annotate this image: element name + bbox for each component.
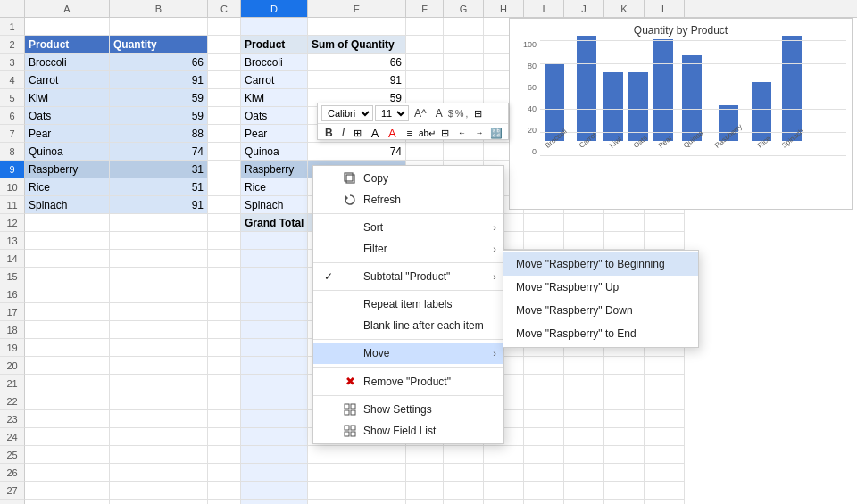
- cell-col10-24[interactable]: [564, 428, 604, 446]
- cm-item-refresh[interactable]: Refresh: [313, 189, 503, 211]
- cell-d-21[interactable]: [241, 375, 308, 392]
- cell-col12-12[interactable]: [645, 214, 685, 232]
- cm-item-filter[interactable]: Filter›: [313, 238, 503, 260]
- cm-item-blank-line-after-each-item[interactable]: Blank line after each item: [313, 315, 503, 336]
- cell-a-6[interactable]: Oats: [25, 107, 110, 125]
- cell-col12-24[interactable]: [645, 428, 685, 446]
- cell-c-9[interactable]: [208, 161, 241, 178]
- fill-color-icon[interactable]: A: [367, 126, 382, 140]
- cell-d-15[interactable]: [241, 268, 308, 285]
- cell-a-26[interactable]: [25, 464, 110, 482]
- cell-col6-25[interactable]: [406, 446, 444, 464]
- row-num-12[interactable]: 12: [0, 214, 25, 232]
- cell-c-10[interactable]: [208, 178, 241, 196]
- cell-d-18[interactable]: [241, 321, 308, 339]
- cell-a-3[interactable]: Broccoli: [25, 54, 110, 71]
- cell-b-25[interactable]: [110, 446, 208, 464]
- cell-e-26[interactable]: [308, 464, 406, 482]
- cell-col10-21[interactable]: [564, 375, 604, 392]
- cell-e-8[interactable]: 74: [308, 143, 406, 161]
- submenu-item-0[interactable]: Move "Raspberry" to Beginning: [503, 252, 698, 276]
- cell-col7-28[interactable]: [444, 500, 484, 504]
- cell-c-8[interactable]: [208, 143, 241, 161]
- cm-item-show-settings[interactable]: Show Settings: [313, 399, 503, 420]
- cell-c-27[interactable]: [208, 482, 241, 500]
- cell-c-12[interactable]: [208, 214, 241, 232]
- cell-a-17[interactable]: [25, 303, 110, 321]
- row-num-18[interactable]: 18: [0, 321, 25, 339]
- cell-c-2[interactable]: [208, 36, 241, 54]
- cell-a-9[interactable]: Raspberry: [25, 161, 110, 178]
- cell-col9-21[interactable]: [524, 375, 564, 392]
- cell-b-5[interactable]: 59: [110, 89, 208, 107]
- cell-c-13[interactable]: [208, 232, 241, 250]
- cell-d-28[interactable]: [241, 500, 308, 504]
- cell-col9-22[interactable]: [524, 392, 564, 410]
- row-num-15[interactable]: 15: [0, 268, 25, 285]
- cell-col10-22[interactable]: [564, 392, 604, 410]
- cell-col9-12[interactable]: [524, 214, 564, 232]
- row-num-27[interactable]: 27: [0, 482, 25, 500]
- row-num-26[interactable]: 26: [0, 464, 25, 482]
- col-header-C[interactable]: C: [208, 0, 241, 17]
- col-header-G[interactable]: G: [444, 0, 484, 17]
- cell-col9-28[interactable]: [524, 500, 564, 504]
- cell-col6-1[interactable]: [406, 18, 444, 36]
- cell-col6-3[interactable]: [406, 54, 444, 71]
- row-num-20[interactable]: 20: [0, 357, 25, 375]
- cell-c-20[interactable]: [208, 357, 241, 375]
- cell-b-4[interactable]: 91: [110, 71, 208, 89]
- cell-e-2[interactable]: Sum of Quantity: [308, 36, 406, 54]
- cell-a-25[interactable]: [25, 446, 110, 464]
- cell-c-14[interactable]: [208, 250, 241, 268]
- font-size-select[interactable]: 11: [375, 105, 409, 121]
- cell-col9-23[interactable]: [524, 410, 564, 428]
- cell-b-8[interactable]: 74: [110, 143, 208, 161]
- row-num-2[interactable]: 2: [0, 36, 25, 54]
- cell-b-10[interactable]: 51: [110, 178, 208, 196]
- row-num-23[interactable]: 23: [0, 410, 25, 428]
- cell-col10-27[interactable]: [564, 482, 604, 500]
- cell-col11-24[interactable]: [604, 428, 645, 446]
- submenu-item-3[interactable]: Move "Raspberry" to End: [503, 322, 698, 345]
- cell-a-10[interactable]: Rice: [25, 178, 110, 196]
- cell-c-17[interactable]: [208, 303, 241, 321]
- cm-item-remove-"product"[interactable]: ✖Remove "Product": [313, 370, 503, 392]
- row-num-9[interactable]: 9: [0, 161, 25, 178]
- cell-col9-26[interactable]: [524, 464, 564, 482]
- col-header-L[interactable]: L: [645, 0, 685, 17]
- cell-d-9[interactable]: Raspberry: [241, 161, 308, 178]
- cell-c-3[interactable]: [208, 54, 241, 71]
- cell-b-16[interactable]: [110, 285, 208, 303]
- cell-c-15[interactable]: [208, 268, 241, 285]
- cell-b-22[interactable]: [110, 392, 208, 410]
- row-num-21[interactable]: 21: [0, 375, 25, 392]
- cell-b-2[interactable]: Quantity: [110, 36, 208, 54]
- cell-col12-25[interactable]: [645, 446, 685, 464]
- align-icon[interactable]: ≡: [402, 126, 417, 140]
- cell-b-11[interactable]: 91: [110, 196, 208, 214]
- cell-c-7[interactable]: [208, 125, 241, 143]
- cell-col7-2[interactable]: [444, 36, 484, 54]
- row-num-3[interactable]: 3: [0, 54, 25, 71]
- cell-d-10[interactable]: Rice: [241, 178, 308, 196]
- cell-b-18[interactable]: [110, 321, 208, 339]
- row-num-8[interactable]: 8: [0, 143, 25, 161]
- col-header-H[interactable]: H: [484, 0, 524, 17]
- cell-a-7[interactable]: Pear: [25, 125, 110, 143]
- cell-col7-26[interactable]: [444, 464, 484, 482]
- cell-col11-25[interactable]: [604, 446, 645, 464]
- cell-a-11[interactable]: Spinach: [25, 196, 110, 214]
- cell-d-22[interactable]: [241, 392, 308, 410]
- cell-b-19[interactable]: [110, 339, 208, 357]
- cell-d-17[interactable]: [241, 303, 308, 321]
- row-num-17[interactable]: 17: [0, 303, 25, 321]
- col-header-F[interactable]: F: [406, 0, 444, 17]
- cell-a-5[interactable]: Kiwi: [25, 89, 110, 107]
- cell-c-6[interactable]: [208, 107, 241, 125]
- cell-a-22[interactable]: [25, 392, 110, 410]
- cell-c-23[interactable]: [208, 410, 241, 428]
- cell-c-11[interactable]: [208, 196, 241, 214]
- cell-c-22[interactable]: [208, 392, 241, 410]
- cell-c-24[interactable]: [208, 428, 241, 446]
